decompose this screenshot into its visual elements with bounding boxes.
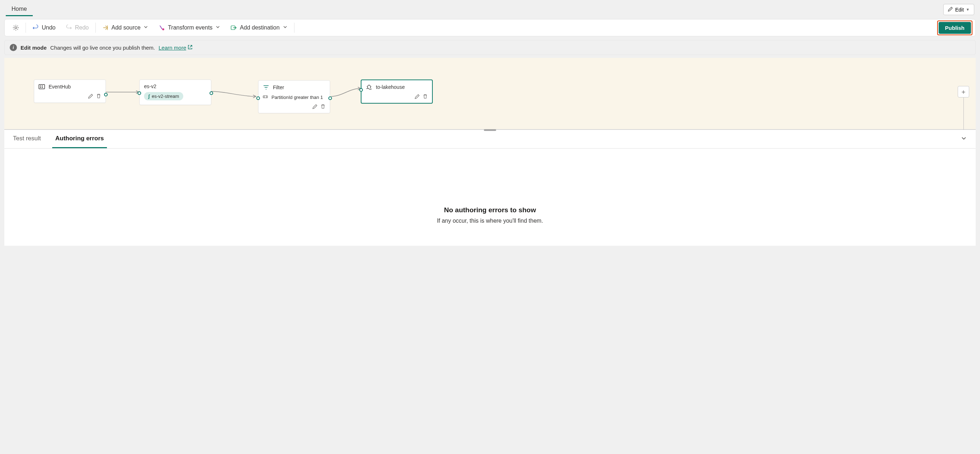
filter-detail: PartitionId greater than 1	[272, 95, 323, 100]
empty-state: No authoring errors to show If any occur…	[4, 149, 976, 246]
transform-events-label: Transform events	[168, 24, 212, 31]
info-banner-text: Changes will go live once you publish th…	[50, 44, 155, 51]
svg-point-0	[15, 27, 17, 29]
delete-node-icon[interactable]	[96, 94, 101, 100]
filter-icon	[263, 84, 269, 90]
add-source-button[interactable]: Add source	[97, 19, 154, 36]
input-port[interactable]	[256, 97, 260, 100]
empty-state-title: No authoring errors to show	[444, 206, 536, 214]
edit-node-icon[interactable]	[88, 94, 93, 100]
caret-down-icon: ▼	[966, 8, 970, 11]
input-port[interactable]	[138, 91, 141, 95]
stream-chip[interactable]: ∫ es-v2-stream	[144, 92, 183, 100]
connector-line	[105, 89, 141, 96]
empty-state-subtitle: If any occur, this is where you'll find …	[437, 217, 543, 224]
node-title: Filter	[273, 84, 284, 90]
add-connector-line	[963, 97, 964, 130]
chevron-down-icon	[143, 24, 148, 31]
stream-chip-label: es-v2-stream	[152, 94, 179, 99]
input-port[interactable]	[359, 88, 363, 92]
output-port[interactable]	[104, 93, 108, 97]
collapse-panel-button[interactable]	[958, 132, 970, 146]
chevron-down-icon	[961, 136, 967, 143]
publish-button[interactable]: Publish	[939, 22, 971, 34]
svg-rect-7	[42, 87, 43, 88]
svg-rect-6	[42, 86, 43, 86]
gear-icon	[13, 24, 19, 31]
add-source-label: Add source	[111, 24, 141, 31]
delete-node-icon[interactable]	[423, 94, 428, 100]
delete-node-icon[interactable]	[320, 104, 326, 110]
undo-icon	[32, 24, 39, 31]
lakehouse-icon	[366, 84, 372, 90]
publish-highlight: Publish	[937, 21, 972, 35]
node-filter[interactable]: Filter PartitionId greater than 1	[258, 80, 330, 113]
edit-node-icon[interactable]	[312, 104, 318, 110]
pencil-icon	[948, 6, 953, 13]
top-tab-bar: Home Edit ▼	[0, 0, 980, 16]
svg-rect-5	[40, 87, 41, 88]
output-port[interactable]	[328, 97, 332, 100]
info-banner: i Edit mode Changes will go live once yo…	[4, 40, 976, 55]
chevron-down-icon	[215, 24, 220, 31]
condition-icon	[263, 94, 268, 100]
add-destination-button[interactable]: Add destination	[225, 19, 292, 36]
info-banner-label: Edit mode	[21, 44, 47, 51]
eventhub-icon	[38, 83, 45, 90]
svg-rect-3	[39, 84, 45, 89]
svg-rect-8	[263, 96, 267, 98]
redo-icon	[65, 24, 72, 31]
external-link-icon	[188, 44, 192, 51]
stream-icon: ∫	[148, 94, 150, 99]
transform-events-button[interactable]: Transform events	[153, 19, 225, 36]
plus-icon: ＋	[960, 87, 967, 96]
node-source-eventhub[interactable]: EventHub	[34, 79, 106, 103]
tab-authoring-errors[interactable]: Authoring errors	[52, 130, 107, 148]
node-destination-lakehouse[interactable]: to-lakehouse	[361, 79, 433, 103]
add-node-button[interactable]: ＋	[958, 86, 969, 97]
edit-node-icon[interactable]	[415, 94, 420, 100]
edit-button-label: Edit	[955, 7, 964, 13]
node-title: EventHub	[49, 84, 70, 90]
output-port[interactable]	[210, 91, 213, 95]
node-title: to-lakehouse	[376, 84, 405, 90]
tab-home[interactable]: Home	[6, 3, 33, 16]
connector-line	[331, 85, 363, 99]
add-destination-label: Add destination	[240, 24, 279, 31]
redo-button: Redo	[60, 19, 94, 36]
chevron-down-icon	[283, 24, 288, 31]
canvas[interactable]: EventHub es-v2 ∫ es-v2-stream	[4, 58, 976, 130]
add-source-icon	[102, 24, 109, 31]
node-title: es-v2	[144, 83, 156, 89]
panel-resize-handle[interactable]	[484, 129, 496, 131]
info-icon: i	[10, 44, 17, 51]
settings-button[interactable]	[8, 19, 24, 36]
learn-more-link[interactable]: Learn more	[159, 44, 193, 51]
bottom-panel: Test result Authoring errors No authorin…	[4, 130, 976, 246]
svg-point-1	[162, 29, 164, 30]
svg-rect-4	[40, 86, 41, 86]
node-stream-esv2[interactable]: es-v2 ∫ es-v2-stream	[139, 79, 212, 105]
redo-label: Redo	[75, 24, 89, 31]
toolbar: Undo Redo Add source Transform events	[4, 19, 976, 37]
edit-button[interactable]: Edit ▼	[943, 4, 974, 15]
add-destination-icon	[231, 24, 237, 31]
undo-button[interactable]: Undo	[27, 19, 60, 36]
transform-icon	[158, 24, 165, 31]
connector-line	[212, 89, 258, 99]
tab-test-result[interactable]: Test result	[10, 130, 44, 148]
undo-label: Undo	[42, 24, 56, 31]
